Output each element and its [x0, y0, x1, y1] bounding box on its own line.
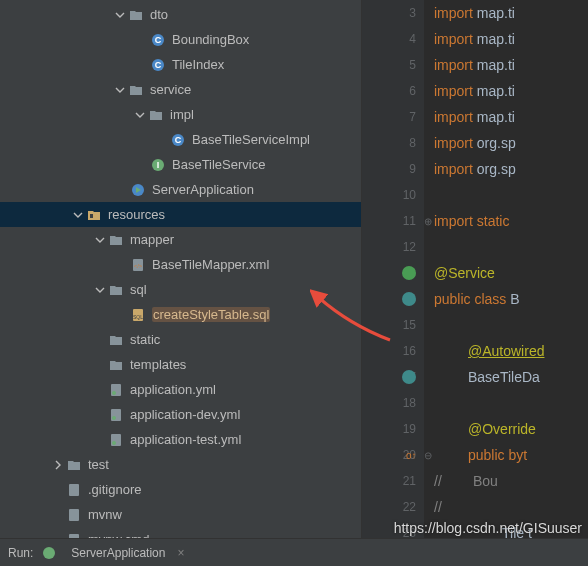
code-text: map.ti [477, 31, 515, 47]
run-config-name[interactable]: ServerApplication [71, 546, 165, 560]
chevron-down-icon [92, 285, 108, 295]
code-text: map.ti [477, 83, 515, 99]
line-no: 18 [403, 396, 416, 410]
tree-item-serverapplication[interactable]: ServerApplication [0, 177, 361, 202]
tree-item-basetileservice[interactable]: IBaseTileService [0, 152, 361, 177]
tree-item-service[interactable]: service [0, 77, 361, 102]
tree-item-sql[interactable]: sql [0, 277, 361, 302]
tree-item-applicationdevyml[interactable]: application-dev.yml [0, 402, 361, 427]
line-no: 21 [403, 474, 416, 488]
spring-run-icon[interactable] [41, 545, 57, 561]
resources-folder-icon [86, 207, 102, 223]
file-icon [66, 507, 82, 523]
tree-label: application-dev.yml [130, 407, 240, 422]
kw: import [434, 135, 477, 151]
tree-item-applicationyml[interactable]: application.yml [0, 377, 361, 402]
fold-icon[interactable]: ⊖ [424, 450, 432, 461]
tree-label: service [150, 82, 191, 97]
comment: // [434, 473, 442, 489]
tree-item-basetilemapperxml[interactable]: </>BaseTileMapper.xml [0, 252, 361, 277]
tree-label: .gitignore [88, 482, 141, 497]
svg-text:SQL: SQL [133, 314, 143, 320]
tree-item-test[interactable]: test [0, 452, 361, 477]
tree-label: mvnw [88, 507, 122, 522]
code-area[interactable]: import map.ti import map.ti import map.t… [424, 0, 544, 538]
folder-icon [108, 282, 124, 298]
svg-point-15 [112, 391, 116, 395]
tree-label: mapper [130, 232, 174, 247]
tree-item-templates[interactable]: templates [0, 352, 361, 377]
folder-icon [128, 82, 144, 98]
close-icon[interactable]: × [177, 546, 184, 560]
annotation: @Service [434, 265, 495, 281]
tree-item-applicationtestyml[interactable]: application-test.yml [0, 427, 361, 452]
bean-gutter-icon[interactable] [402, 266, 416, 280]
svg-rect-22 [69, 534, 79, 539]
line-no: 23 [403, 526, 416, 538]
tree-label: BoundingBox [172, 32, 249, 47]
line-no: 7 [409, 110, 416, 124]
code-text: B [510, 291, 519, 307]
tree-item-basetileserviceimpl[interactable]: CBaseTileServiceImpl [0, 127, 361, 152]
tree-item-tileindex[interactable]: CTileIndex [0, 52, 361, 77]
run-toolbar: Run: ServerApplication × [0, 538, 588, 566]
line-no: 11 [403, 214, 416, 228]
tree-label: dto [150, 7, 168, 22]
line-no: 4 [409, 32, 416, 46]
svg-text:C: C [155, 35, 162, 45]
tree-item-createstyletablesql[interactable]: SQLcreateStyleTable.sql [0, 302, 361, 327]
tree-label: sql [130, 282, 147, 297]
tree-item-dto[interactable]: dto [0, 2, 361, 27]
line-no: 5 [409, 58, 416, 72]
gutter: 3 4 5 6 7 8 9 10 11⊕ 12 13 14 15 16 17 1… [362, 0, 424, 538]
svg-rect-9 [90, 214, 93, 218]
xml-file-icon: </> [130, 257, 146, 273]
tree-label: test [88, 457, 109, 472]
project-tree[interactable]: dto CBoundingBox CTileIndex service impl… [0, 0, 362, 538]
kw: import static [434, 213, 513, 229]
code-text: map.ti [477, 5, 515, 21]
code-text: map.ti [477, 57, 515, 73]
class-icon: C [150, 57, 166, 73]
tree-label: application-test.yml [130, 432, 241, 447]
tree-item-mvnw[interactable]: mvnw [0, 502, 361, 527]
svg-text:C: C [175, 135, 182, 145]
line-no: 15 [403, 318, 416, 332]
kw: import [434, 109, 477, 125]
tree-label: BaseTileServiceImpl [192, 132, 310, 147]
kw: import [434, 5, 477, 21]
file-icon [66, 482, 82, 498]
class-icon: C [170, 132, 186, 148]
fold-icon[interactable]: ⊕ [424, 216, 432, 227]
tree-label: BaseTileService [172, 157, 265, 172]
kw: import [434, 57, 477, 73]
tree-label: mvnw.cmd [88, 532, 149, 538]
tree-item-boundingbox[interactable]: CBoundingBox [0, 27, 361, 52]
chevron-down-icon [70, 210, 86, 220]
svg-text:I: I [157, 160, 160, 170]
bean-gutter-icon[interactable] [402, 370, 416, 384]
tree-item-mapper[interactable]: mapper [0, 227, 361, 252]
code-text: byt [508, 447, 527, 463]
yml-file-icon [108, 432, 124, 448]
tree-item-impl[interactable]: impl [0, 102, 361, 127]
svg-point-17 [112, 416, 116, 420]
run-label: Run: [8, 546, 33, 560]
svg-text:C: C [155, 60, 162, 70]
line-no: 22 [403, 500, 416, 514]
tree-label: ServerApplication [152, 182, 254, 197]
line-no: 19 [403, 422, 416, 436]
line-no: 9 [409, 162, 416, 176]
tree-item-resources[interactable]: resources [0, 202, 361, 227]
tree-label: TileIndex [172, 57, 224, 72]
tree-item-static[interactable]: static [0, 327, 361, 352]
code-editor[interactable]: 3 4 5 6 7 8 9 10 11⊕ 12 13 14 15 16 17 1… [362, 0, 588, 538]
line-no: 16 [403, 344, 416, 358]
tree-item-gitignore[interactable]: .gitignore [0, 477, 361, 502]
folder-icon [148, 107, 164, 123]
bean-gutter-icon[interactable] [402, 292, 416, 306]
override-up-icon[interactable]: o↑ [406, 450, 417, 461]
tree-item-mvnwcmd[interactable]: mvnw.cmd [0, 527, 361, 538]
annotation: @Override [468, 421, 536, 437]
svg-rect-21 [69, 509, 79, 521]
